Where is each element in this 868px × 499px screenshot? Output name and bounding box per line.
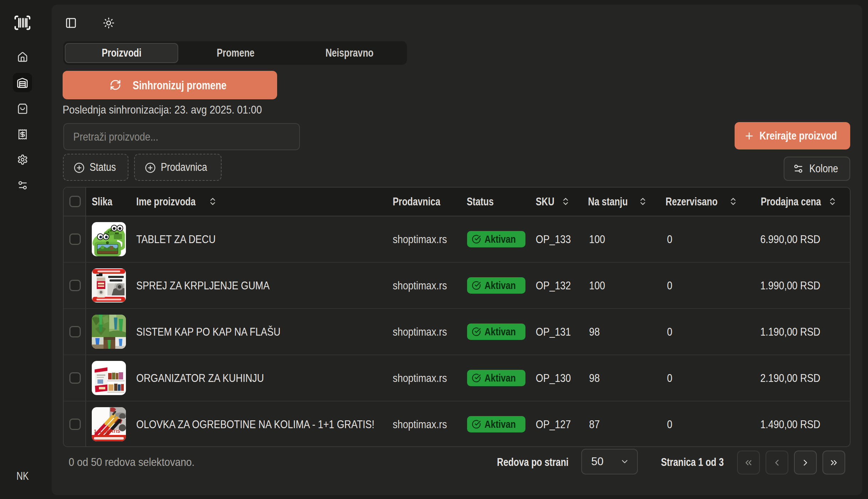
- svg-text:1+1 GRATIS: 1+1 GRATIS: [94, 429, 120, 434]
